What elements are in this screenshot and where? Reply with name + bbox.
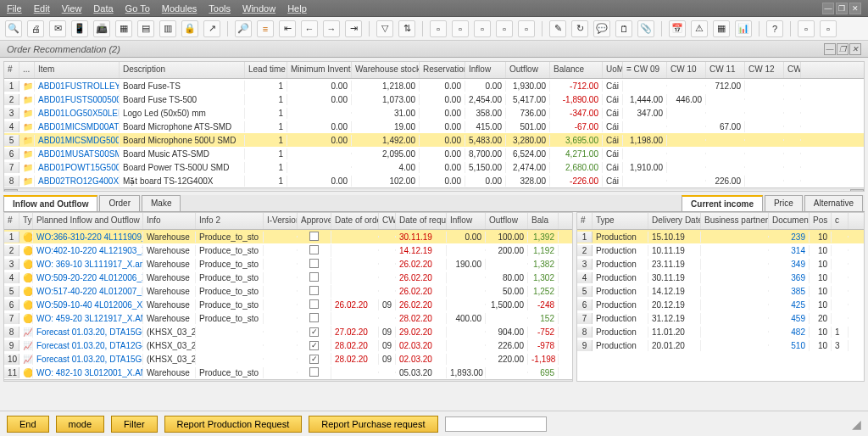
doc-dup-icon[interactable]: ▫	[474, 20, 491, 37]
table-row[interactable]: 10📈Forecast 01.03.20, DTA15G5(KHSX_03_20…	[4, 352, 572, 366]
col-header[interactable]: c	[832, 213, 849, 229]
table-row[interactable]: 3Production23.11.1934910	[577, 257, 864, 271]
table-row[interactable]: 6Production20.12.1942510	[577, 298, 864, 311]
doc-link-icon[interactable]: ▫	[496, 20, 513, 37]
col-header[interactable]: Outflow	[486, 213, 528, 229]
col-header[interactable]: Inflow	[465, 62, 506, 78]
tab-make[interactable]: Make	[142, 195, 181, 211]
approved-checkbox[interactable]	[298, 312, 331, 325]
menu-modules[interactable]: Modules	[162, 3, 198, 14]
col-header[interactable]: Ty	[19, 213, 33, 229]
scroll-right-icon[interactable]: ►	[850, 189, 864, 193]
approved-checkbox[interactable]	[298, 339, 331, 351]
end-button[interactable]: End	[7, 416, 49, 433]
grid-icon[interactable]: ▦	[713, 20, 730, 37]
col-header[interactable]: #	[577, 213, 593, 229]
footer-input[interactable]	[445, 416, 547, 432]
col-header[interactable]: CW 12	[745, 62, 784, 78]
menu-data[interactable]: Data	[93, 3, 113, 14]
nav-first-icon[interactable]: ⇤	[279, 20, 296, 37]
print-icon[interactable]: 🖨	[27, 20, 44, 37]
find-icon[interactable]: 🔎	[235, 20, 252, 37]
nav-last-icon[interactable]: ⇥	[345, 20, 362, 37]
col-header[interactable]: Warehouse stock	[352, 62, 420, 78]
col-header[interactable]: ...	[19, 62, 35, 78]
table-row[interactable]: 7🟡WO: 459-20 3L121917_X.AMWarehouseProdu…	[4, 311, 572, 325]
chart-icon[interactable]: 📊	[735, 20, 752, 37]
window-close-icon[interactable]: ✕	[849, 3, 861, 14]
form-icon[interactable]: ▫	[798, 20, 815, 37]
table-row[interactable]: 5📁ABD01MICSMDG500Board Microphone 500U S…	[4, 133, 864, 147]
col-header[interactable]: CW 11	[706, 62, 745, 78]
col-header[interactable]: Document	[769, 213, 810, 229]
top-grid-hscroll[interactable]: ◄ ►	[4, 187, 864, 192]
scroll-right-icon[interactable]: ►	[559, 381, 572, 383]
doc-restore-icon[interactable]: ❐	[837, 43, 849, 55]
table-row[interactable]: 1📁ABD01FUSTROLLEYBoard Fuse-TS10.001,218…	[4, 79, 864, 92]
col-header[interactable]: CW 10	[667, 62, 706, 78]
resize-handle-icon[interactable]: ◢	[852, 417, 861, 431]
approved-checkbox[interactable]	[298, 326, 331, 338]
col-header[interactable]: Lead time	[245, 62, 287, 78]
col-header[interactable]: Reservation	[420, 62, 465, 78]
approved-checkbox[interactable]	[298, 271, 331, 284]
table-row[interactable]: 3🟡WO: 369-10 3L111917_X.amWarehouseProdu…	[4, 257, 572, 271]
window-minimize-icon[interactable]: —	[822, 3, 834, 14]
edit-icon[interactable]: ✎	[549, 20, 566, 37]
word-icon[interactable]: ▤	[137, 20, 154, 37]
calendar-icon[interactable]: 📅	[669, 20, 686, 37]
menu-goto[interactable]: Go To	[125, 3, 150, 14]
list-icon[interactable]: ≡	[257, 20, 274, 37]
col-header[interactable]: Type	[593, 213, 648, 229]
approved-checkbox[interactable]	[298, 258, 331, 271]
table-row[interactable]: 9Production20.01.20510103	[577, 338, 864, 352]
table-row[interactable]: 7📁ABD01POWT15G500Board Power TS-500U SMD…	[4, 160, 864, 174]
fax-icon[interactable]: 📠	[93, 20, 110, 37]
col-header[interactable]: Date of order	[331, 213, 379, 229]
doc-copy-icon[interactable]: ▫	[452, 20, 469, 37]
tab-order[interactable]: Order	[99, 195, 140, 211]
filter-icon[interactable]: ▽	[376, 20, 393, 37]
lock-icon[interactable]: 🔒	[181, 20, 198, 37]
col-header[interactable]: Pos	[810, 213, 832, 229]
sort-icon[interactable]: ⇅	[398, 20, 415, 37]
table-row[interactable]: 2📁ABD01FUSTS000500Board Fuse TS-50010.00…	[4, 92, 864, 106]
table-row[interactable]: 1Production15.10.1923910	[577, 230, 864, 243]
col-header[interactable]: Balance	[550, 62, 603, 78]
table-row[interactable]: 11🟡WO: 482-10 3L012001_X.AMWarehouseProd…	[4, 366, 572, 379]
nav-next-icon[interactable]: →	[323, 20, 340, 37]
table-row[interactable]: 8📁ABD02TRO12G400XMặt board TS-12G400X10.…	[4, 174, 864, 187]
chat-icon[interactable]: 💬	[593, 20, 610, 37]
col-header[interactable]: #	[4, 62, 19, 78]
col-header[interactable]: Info	[143, 213, 196, 229]
help-icon[interactable]: ?	[766, 20, 783, 37]
menu-help[interactable]: Help	[287, 3, 307, 14]
col-header[interactable]: Date of require	[396, 213, 447, 229]
report-production-request-button[interactable]: Report Production Request	[164, 416, 303, 433]
col-header[interactable]: Planned Inflow and Outflow	[33, 213, 143, 229]
col-header[interactable]: CW	[784, 62, 801, 78]
refresh-icon[interactable]: ↻	[571, 20, 588, 37]
menu-tools[interactable]: Tools	[209, 3, 231, 14]
table-row[interactable]: 7Production31.12.1945920	[577, 311, 864, 325]
mail-icon[interactable]: ✉	[49, 20, 66, 37]
table-row[interactable]: 3📁ABD01LOG50X50LEDLogo Led (50x50) mm131…	[4, 106, 864, 120]
menu-window[interactable]: Window	[242, 3, 275, 14]
col-header[interactable]: = CW 09	[623, 62, 667, 78]
table-row[interactable]: 5🟡WO:517-40-220 4L012007_MWarehouseProdu…	[4, 284, 572, 298]
scroll-left-icon[interactable]: ◄	[4, 381, 18, 383]
nav-prev-icon[interactable]: ←	[301, 20, 318, 37]
preview-icon[interactable]: 🔍	[5, 20, 22, 37]
table-row[interactable]: 1🟡WO:366-310-220 4L111909_WarehouseProdu…	[4, 230, 572, 243]
approved-checkbox[interactable]	[298, 299, 331, 311]
table-row[interactable]: 8📈Forecast 01.03.20, DTA15G6(KHSX_03_202…	[4, 325, 572, 338]
doc-new-icon[interactable]: ▫	[430, 20, 447, 37]
export-icon[interactable]: ↗	[203, 20, 220, 37]
col-header[interactable]: CW	[379, 213, 396, 229]
col-header[interactable]: Info 2	[196, 213, 264, 229]
table-row[interactable]: 2🟡WO:402-10-220 4L121903_XWarehouseProdu…	[4, 243, 572, 257]
left-grid-hscroll[interactable]: ◄ ►	[4, 379, 572, 382]
excel-icon[interactable]: ▦	[115, 20, 132, 37]
alert-icon[interactable]: ⚠	[691, 20, 708, 37]
tab-price[interactable]: Price	[765, 195, 803, 211]
